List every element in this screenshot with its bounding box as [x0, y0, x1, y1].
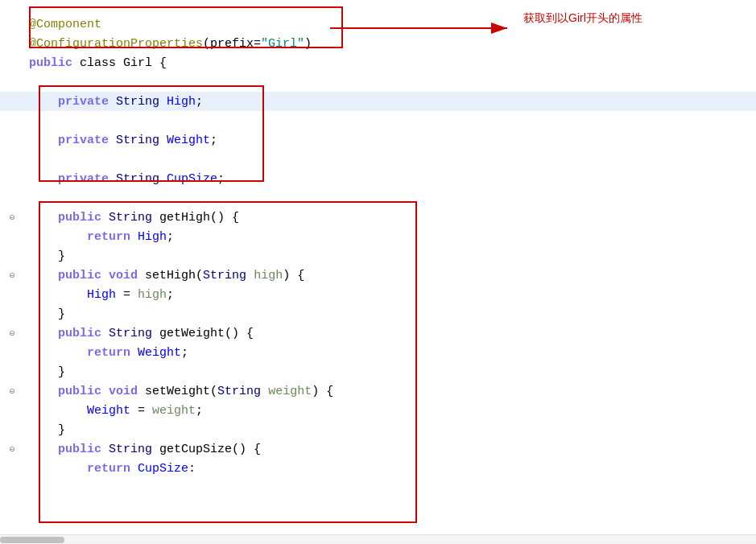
code-line-6: [0, 111, 756, 130]
code-line-22: }: [0, 420, 756, 439]
gutter-14: ⊖: [0, 270, 24, 282]
line-content-24: return CupSize:: [24, 462, 756, 476]
code-line-14: ⊖ public void setHigh(String high) {: [0, 266, 756, 285]
code-line-13: }: [0, 246, 756, 266]
code-line-18: return Weight;: [0, 343, 756, 362]
line-content-9: private String CupSize;: [24, 172, 756, 186]
code-line-3: public class Girl {: [0, 53, 756, 72]
code-line-20: ⊖ public void setWeight(String weight) {: [0, 381, 756, 401]
line-content-13: }: [24, 249, 756, 263]
line-content-7: private String Weight;: [24, 134, 756, 147]
code-line-5: private String High;: [0, 92, 756, 111]
code-line-15: High = high;: [0, 285, 756, 304]
code-editor: @Component @ConfigurationProperties(pref…: [0, 0, 756, 544]
line-content-18: return Weight;: [24, 346, 756, 360]
code-line-24: return CupSize:: [0, 459, 756, 478]
code-line-17: ⊖ public String getWeight() {: [0, 324, 756, 343]
code-line-23: ⊖ public String getCupSize() {: [0, 439, 756, 459]
code-line-21: Weight = weight;: [0, 401, 756, 420]
line-content-6: [24, 114, 756, 128]
line-content-15: High = high;: [24, 288, 756, 302]
annotation-label: 获取到以Girl开头的属性: [523, 11, 642, 26]
code-line-1: @Component: [0, 14, 756, 34]
line-content-20: public void setWeight(String weight) {: [24, 385, 756, 398]
line-content-10: [24, 192, 756, 205]
line-content-21: Weight = weight;: [24, 404, 756, 418]
collapse-icon-11[interactable]: ⊖: [9, 212, 14, 224]
collapse-icon-14[interactable]: ⊖: [9, 270, 14, 282]
line-content-11: public String getHigh() {: [24, 211, 756, 225]
collapse-icon-17[interactable]: ⊖: [9, 328, 14, 340]
line-content-8: [24, 153, 756, 167]
line-content-12: return High;: [24, 230, 756, 244]
gutter-20: ⊖: [0, 385, 24, 398]
code-line-16: }: [0, 304, 756, 324]
code-line-7: private String Weight;: [0, 130, 756, 150]
gutter-11: ⊖: [0, 212, 24, 224]
line-content-14: public void setHigh(String high) {: [24, 269, 756, 282]
collapse-icon-23[interactable]: ⊖: [9, 444, 14, 455]
horizontal-scrollbar[interactable]: [0, 534, 756, 544]
line-content-2: @ConfigurationProperties(prefix="Girl"): [24, 37, 756, 51]
line-content-5: private String High;: [24, 95, 756, 109]
scrollbar-thumb[interactable]: [0, 537, 64, 543]
collapse-icon-20[interactable]: ⊖: [9, 386, 14, 398]
code-line-4: [0, 72, 756, 92]
line-content-1: @Component: [24, 18, 756, 31]
line-content-23: public String getCupSize() {: [24, 443, 756, 456]
line-content-17: public String getWeight() {: [24, 327, 756, 340]
line-content-3: public class Girl {: [24, 56, 756, 70]
code-line-8: [0, 150, 756, 169]
line-content-22: }: [24, 423, 756, 437]
line-content-19: }: [24, 365, 756, 379]
code-line-12: return High;: [0, 227, 756, 246]
gutter-17: ⊖: [0, 328, 24, 340]
line-content-16: }: [24, 307, 756, 321]
line-content-4: [24, 76, 756, 89]
code-line-10: [0, 188, 756, 208]
code-line-9: private String CupSize;: [0, 169, 756, 188]
code-line-11: ⊖ public String getHigh() {: [0, 208, 756, 227]
gutter-23: ⊖: [0, 443, 24, 455]
code-line-19: }: [0, 362, 756, 381]
code-line-2: @ConfigurationProperties(prefix="Girl"): [0, 34, 756, 53]
